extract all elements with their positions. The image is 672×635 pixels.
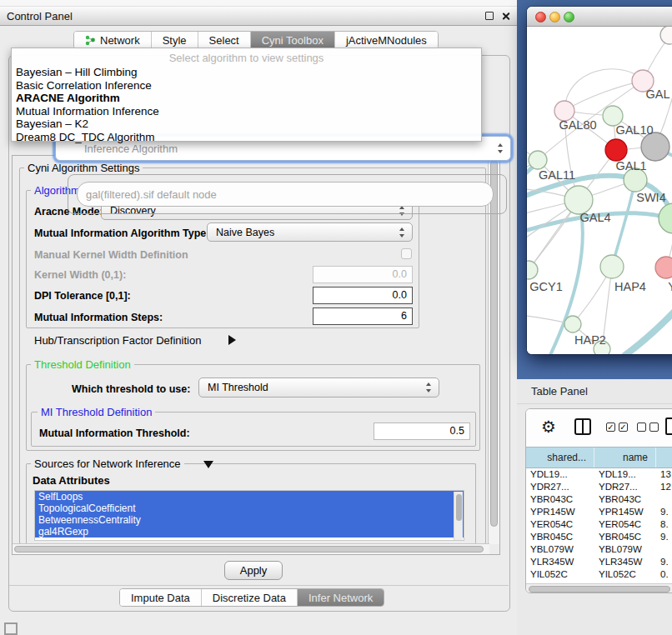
- tab-jactivemnodules[interactable]: jActiveMNodules: [335, 32, 438, 48]
- column-header-shared[interactable]: shared...: [526, 448, 594, 468]
- attribute-item-gal4rgexp[interactable]: gal4RGexp: [35, 526, 464, 538]
- window-zoom-button[interactable]: [564, 12, 574, 22]
- split-columns-icon[interactable]: [574, 418, 591, 435]
- network-node-hap4[interactable]: [600, 255, 624, 278]
- network-node-gal1[interactable]: [605, 139, 627, 161]
- which-threshold-combobox[interactable]: MI Threshold: [198, 378, 439, 398]
- node-label-gcy1: GCY1: [529, 280, 563, 293]
- sources-title[interactable]: Sources for Network Inference: [31, 458, 184, 470]
- dropdown-item-mutual-information-inference[interactable]: Mutual Information Inference: [16, 105, 159, 118]
- bottom-tab-impute-data[interactable]: Impute Data: [120, 589, 202, 606]
- network-node-gal11[interactable]: [529, 151, 547, 169]
- minimized-panel-icon[interactable]: [4, 622, 18, 635]
- network-edge[interactable]: [625, 302, 672, 354]
- desktop-background: GALGAL80GAL10GAL1GAL11SWI4GAL4GCY1HAP4YH…: [517, 0, 672, 379]
- tab-cyni-toolbox[interactable]: Cyni Toolbox: [251, 32, 335, 48]
- control-panel-tabs: NetworkStyleSelectCyni ToolboxjActiveMNo…: [73, 31, 439, 49]
- list-vertical-scrollbar[interactable]: [454, 492, 463, 541]
- table-horizontal-scrollbar[interactable]: [526, 583, 672, 593]
- table-row[interactable]: YLR345WYLR345W9.: [526, 556, 672, 568]
- table-data-selector[interactable]: gal(filtered).sif default node: [77, 182, 494, 207]
- network-node[interactable]: [659, 203, 672, 233]
- node-label-swi4: SWI4: [636, 191, 665, 204]
- network-node-gal4[interactable]: [564, 186, 593, 214]
- apply-button[interactable]: Apply: [224, 561, 283, 580]
- window-close-button[interactable]: [535, 12, 546, 22]
- column-header-a[interactable]: A: [656, 448, 672, 468]
- dropdown-item-bayesian-hill-climbing[interactable]: Bayesian – Hill Climbing: [16, 66, 138, 79]
- dropdown-item-dream8-dc-tdc-algorithm[interactable]: Dream8 DC_TDC Algorithm: [16, 131, 155, 144]
- table-row[interactable]: YER054CYER054C8.: [526, 518, 672, 531]
- close-panel-icon[interactable]: [501, 12, 510, 21]
- threshold-definition-title: Threshold Definition: [31, 358, 134, 371]
- checked-checkbox-icon[interactable]: ✓: [619, 422, 628, 432]
- network-window-titlebar[interactable]: [527, 7, 672, 27]
- which-threshold-label: Which threshold to use:: [72, 383, 190, 395]
- tab-style[interactable]: Style: [152, 32, 198, 48]
- settings-horizontal-scrollbar[interactable]: [13, 543, 489, 554]
- network-edge[interactable]: [612, 180, 635, 267]
- network-edge[interactable]: [564, 81, 643, 111]
- table-toolbar: ⚙ ✓ ✓: [526, 409, 672, 447]
- table-cell: YBR045C: [594, 531, 656, 543]
- table-data-group: gal(filtered).sif default node: [68, 174, 507, 214]
- window-minimize-button[interactable]: [549, 12, 560, 22]
- control-panel-titlebar: Control Panel: [0, 7, 517, 26]
- network-icon: [85, 35, 96, 46]
- table-row[interactable]: YDL19...YDL19...13: [526, 468, 672, 481]
- dropdown-item-basic-correlation-inference[interactable]: Basic Correlation Inference: [16, 79, 152, 92]
- network-graph: GALGAL80GAL10GAL1GAL11SWI4GAL4GCY1HAP4YH…: [527, 27, 672, 354]
- table-row[interactable]: YIL052CYIL052C0.: [526, 568, 672, 581]
- table-cell: YBL079W: [594, 543, 656, 556]
- hub-definition-label[interactable]: Hub/Transcription Factor Definition: [34, 334, 201, 347]
- dropdown-item-bayesian-k2[interactable]: Bayesian – K2: [16, 118, 88, 131]
- expand-arrow-icon[interactable]: [203, 461, 213, 468]
- table-cell: YBL079W: [526, 543, 594, 556]
- bottom-tab-infer-network[interactable]: Infer Network: [298, 589, 384, 606]
- mi-threshold-label: Mutual Information Threshold:: [39, 428, 190, 439]
- node-label-hap2: HAP2: [574, 333, 606, 347]
- table-row[interactable]: YPR145WYPR145W9.: [526, 506, 672, 518]
- table-cell: YER054C: [526, 518, 594, 531]
- float-panel-icon[interactable]: [485, 12, 494, 20]
- manual-kernel-checkbox[interactable]: [401, 248, 412, 259]
- mi-steps-field[interactable]: 6: [313, 308, 413, 325]
- table-cell: 12: [656, 481, 672, 493]
- attribute-item-betweennesscentrality[interactable]: BetweennessCentrality: [35, 514, 464, 526]
- mi-type-combobox[interactable]: Naive Bayes: [207, 222, 413, 242]
- node-label-gal4: GAL4: [579, 211, 610, 224]
- table-row[interactable]: YDR27...YDR27...12: [526, 481, 672, 493]
- collapse-arrow-icon[interactable]: [228, 335, 236, 345]
- table-row[interactable]: YBR045CYBR045C9.: [526, 531, 672, 543]
- table-data-value: gal(filtered).sif default node: [86, 188, 217, 201]
- kernel-width-field[interactable]: 0.0: [313, 266, 413, 283]
- table-cell: 0.: [656, 568, 672, 581]
- table-cell: YBR043C: [594, 493, 656, 506]
- page-icon[interactable]: [665, 418, 672, 435]
- tab-network[interactable]: Network: [74, 32, 152, 48]
- gear-icon[interactable]: ⚙: [541, 417, 556, 437]
- tab-select[interactable]: Select: [198, 32, 251, 48]
- table-row[interactable]: YBR043CYBR043C: [526, 493, 672, 506]
- mi-threshold-field[interactable]: 0.5: [374, 422, 470, 440]
- kernel-width-label: Kernel Width (0,1):: [34, 269, 126, 281]
- bottom-tab-discretize-data[interactable]: Discretize Data: [202, 589, 298, 606]
- app-top-strip: [0, 0, 517, 7]
- table-row[interactable]: YBL079WYBL079W: [526, 543, 672, 556]
- network-canvas[interactable]: GALGAL80GAL10GAL1GAL11SWI4GAL4GCY1HAP4YH…: [527, 27, 672, 354]
- unchecked-checkbox-icon[interactable]: [649, 422, 659, 432]
- network-node-hap2[interactable]: [564, 316, 581, 332]
- bottom-tabs: Impute DataDiscretize DataInfer Network: [119, 588, 384, 607]
- network-node[interactable]: [641, 132, 669, 161]
- attribute-item-selfloops[interactable]: SelfLoops: [35, 491, 464, 502]
- column-header-name[interactable]: name: [594, 448, 656, 468]
- network-node[interactable]: [660, 27, 672, 44]
- dpi-tolerance-field[interactable]: 0.0: [313, 287, 413, 304]
- unchecked-checkbox-icon[interactable]: [637, 422, 646, 432]
- dropdown-item-aracne-algorithm[interactable]: ARACNE Algorithm: [16, 92, 120, 105]
- network-node-gcy1[interactable]: [527, 261, 538, 279]
- network-node-y[interactable]: [655, 257, 672, 278]
- attribute-item-topologicalcoefficient[interactable]: TopologicalCoefficient: [35, 502, 464, 514]
- table-cell: YBR045C: [526, 531, 594, 543]
- checked-checkbox-icon[interactable]: ✓: [606, 422, 615, 432]
